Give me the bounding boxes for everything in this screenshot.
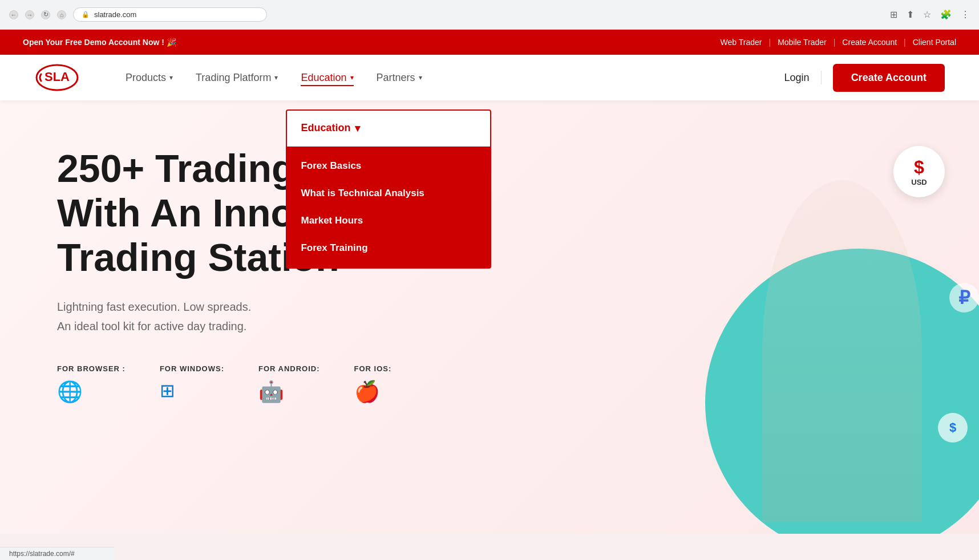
menu-icon[interactable]: ⋮ (961, 9, 970, 20)
url-text: slatrade.com (94, 10, 136, 19)
menu-item-technical-analysis[interactable]: What is Technical Analysis (287, 180, 490, 207)
refresh-button[interactable]: ↻ (41, 10, 50, 19)
nav-separator (821, 71, 822, 84)
extensions-icon[interactable]: 🧩 (940, 9, 952, 20)
mobile-trader-link[interactable]: Mobile Trader (778, 38, 827, 47)
top-bar-links: Web Trader | Mobile Trader | Create Acco… (721, 38, 956, 47)
address-bar[interactable]: 🔒 slatrade.com (73, 7, 267, 22)
nav-products[interactable]: Products ▾ (126, 70, 173, 86)
other-symbol: $ (949, 420, 956, 435)
rub-badge: ₽ (949, 283, 979, 313)
separator-1: | (768, 38, 771, 47)
nav-right: Login Create Account (784, 64, 945, 92)
forward-button[interactable]: → (25, 10, 34, 19)
platform-ios: FOR IOS: 🍎 (354, 364, 392, 404)
menu-item-forex-training[interactable]: Forex Training (287, 234, 490, 262)
browser-actions: ⊞ ⬆ ☆ 🧩 ⋮ (890, 9, 970, 20)
svg-text:SLA: SLA (44, 70, 70, 84)
platform-android: FOR ANDROID: 🤖 (258, 364, 320, 404)
top-bar: Open Your Free Demo Account Now ! 🎉 Web … (0, 30, 979, 55)
bookmark-icon[interactable]: ☆ (923, 9, 931, 20)
demo-account-promo[interactable]: Open Your Free Demo Account Now ! 🎉 (23, 38, 176, 47)
partners-chevron: ▾ (419, 74, 422, 82)
other-currency-badge: $ (938, 413, 968, 443)
login-button[interactable]: Login (784, 72, 810, 84)
hero-subtitle: Lightning fast execution. Low spreads. A… (57, 297, 456, 336)
home-button[interactable]: ⌂ (57, 10, 66, 19)
platform-windows: FOR WINDOWS: ⊞ (160, 364, 224, 401)
education-dropdown-header: Education ▾ (287, 111, 490, 147)
share-icon[interactable]: ⬆ (907, 9, 914, 20)
apple-icon: 🍎 (354, 380, 392, 404)
create-account-button[interactable]: Create Account (833, 64, 945, 92)
back-button[interactable]: ← (9, 10, 18, 19)
browser-chrome: ← → ↻ ⌂ 🔒 slatrade.com ⊞ ⬆ ☆ 🧩 ⋮ (0, 0, 979, 30)
platform-browser: FOR BROWSER : 🌐 (57, 364, 126, 404)
hero-visual: $ USD ₽ $ (580, 100, 979, 534)
platform-icons: FOR BROWSER : 🌐 FOR WINDOWS: ⊞ FOR ANDRO… (57, 364, 456, 404)
education-menu: Forex Basics What is Technical Analysis … (287, 147, 490, 267)
status-url: https://slatrade.com/# (9, 550, 75, 558)
translate-icon[interactable]: ⊞ (890, 9, 897, 20)
android-icon: 🤖 (258, 380, 320, 404)
education-chevron: ▾ (350, 74, 354, 82)
main-nav: SLA Products ▾ Trading Platform ▾ Educat… (0, 55, 979, 100)
menu-item-forex-basics[interactable]: Forex Basics (287, 152, 490, 180)
nav-items: Products ▾ Trading Platform ▾ Education … (126, 70, 784, 86)
trading-platform-chevron: ▾ (274, 74, 278, 82)
client-portal-link[interactable]: Client Portal (913, 38, 956, 47)
separator-2: | (834, 38, 836, 47)
web-trader-link[interactable]: Web Trader (721, 38, 762, 47)
products-chevron: ▾ (169, 74, 173, 82)
separator-3: | (904, 38, 906, 47)
create-account-top-link[interactable]: Create Account (842, 38, 897, 47)
menu-item-market-hours[interactable]: Market Hours (287, 207, 490, 234)
status-bar: https://slatrade.com/# (0, 547, 114, 560)
windows-icon: ⊞ (160, 380, 224, 401)
nav-education[interactable]: Education ▾ Education ▾ Forex Basics Wha… (301, 70, 353, 86)
nav-partners[interactable]: Partners ▾ (377, 70, 422, 86)
logo[interactable]: SLA (34, 63, 80, 92)
rub-symbol: ₽ (958, 287, 970, 309)
lock-icon: 🔒 (82, 11, 90, 18)
nav-trading-platform[interactable]: Trading Platform ▾ (196, 70, 278, 86)
education-chevron-down: ▾ (355, 122, 360, 135)
education-dropdown: Education ▾ Forex Basics What is Technic… (286, 109, 491, 269)
browser-icon: 🌐 (57, 380, 126, 404)
